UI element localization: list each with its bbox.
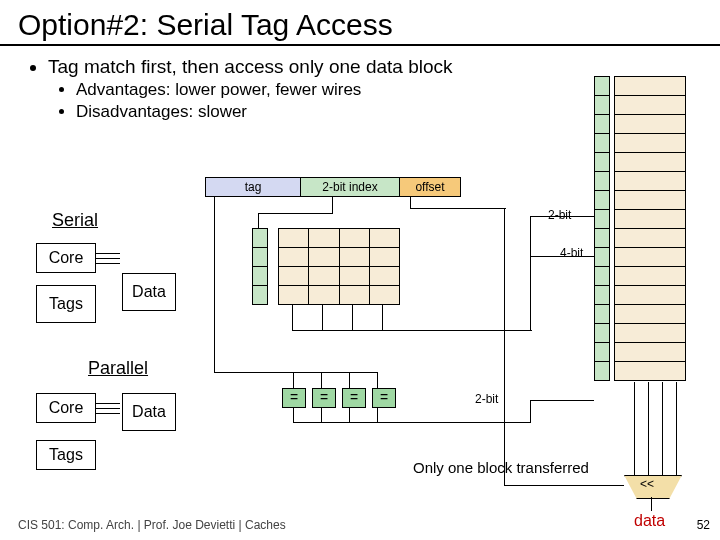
shift-label: << xyxy=(640,477,654,491)
addr-tag: tag xyxy=(205,177,300,197)
off-h1 xyxy=(410,208,506,209)
wc1 xyxy=(293,372,294,388)
parallel-bus xyxy=(293,422,531,423)
off-v2 xyxy=(504,208,505,486)
w-s1 xyxy=(292,304,293,330)
tag-wire-v xyxy=(214,197,215,373)
only-one-label: Only one block transferred xyxy=(413,459,589,476)
serial-data-grid xyxy=(278,228,400,305)
big-data-array xyxy=(614,76,686,381)
big-decoder xyxy=(594,76,610,381)
comparator-1: = xyxy=(282,388,306,408)
addr-offset: offset xyxy=(399,177,461,197)
data-out-label: data xyxy=(634,512,665,530)
tag-wire-h xyxy=(214,372,378,373)
parallel-data-label: Data xyxy=(122,393,176,431)
parallel-label: Parallel xyxy=(88,358,148,379)
parallel-tags-box: Tags xyxy=(36,440,96,470)
two-bit-top-label: 2-bit xyxy=(548,208,571,222)
w-s2 xyxy=(322,304,323,330)
wc3 xyxy=(349,372,350,388)
serial-decoder xyxy=(252,228,268,305)
off-v1 xyxy=(410,197,411,208)
bus-up2 xyxy=(530,400,531,423)
serial-tags-box: Tags xyxy=(36,285,96,323)
wc2 xyxy=(321,372,322,388)
wm2 xyxy=(648,382,649,475)
two-bit-bottom-label: 2-bit xyxy=(475,392,498,406)
wco1 xyxy=(293,408,294,422)
w-idx-d xyxy=(258,213,259,228)
comparator-row: = = = = xyxy=(282,388,396,408)
wire-serial-core-tags-3 xyxy=(96,263,120,264)
comparator-2: = xyxy=(312,388,336,408)
serial-bus xyxy=(292,330,532,331)
serial-label: Serial xyxy=(52,210,98,231)
comparator-4: = xyxy=(372,388,396,408)
addr-index: 2-bit index xyxy=(300,177,399,197)
serial-data-label: Data xyxy=(122,273,176,311)
bus-up xyxy=(530,216,531,331)
bus-over-bot xyxy=(530,400,594,401)
wm4 xyxy=(676,382,677,475)
wm3 xyxy=(662,382,663,475)
w-s4 xyxy=(382,304,383,330)
off-h2 xyxy=(504,485,624,486)
bus-over-mid xyxy=(530,256,594,257)
wire-serial-core-tags-1 xyxy=(96,253,120,254)
parallel-core-box: Core xyxy=(36,393,96,423)
wire-serial-core-tags-2 xyxy=(96,258,120,259)
address-field-row: tag 2-bit index offset xyxy=(205,177,461,197)
footer-text: CIS 501: Comp. Arch. | Prof. Joe Deviett… xyxy=(18,518,286,532)
w-s3 xyxy=(352,304,353,330)
wco4 xyxy=(377,408,378,422)
wc4 xyxy=(377,372,378,388)
wco2 xyxy=(321,408,322,422)
w-idx-h xyxy=(258,213,333,214)
diagram-canvas: tag 2-bit index offset Serial Core Tags … xyxy=(0,0,720,540)
four-bit-label: 4-bit xyxy=(560,246,583,260)
page-number: 52 xyxy=(697,518,710,532)
wm1 xyxy=(634,382,635,475)
wpc2 xyxy=(96,408,120,409)
bus-over-top xyxy=(530,216,594,217)
serial-core-box: Core xyxy=(36,243,96,273)
wm-out xyxy=(651,497,652,511)
w-idx-v xyxy=(332,197,333,213)
wco3 xyxy=(349,408,350,422)
wpc3 xyxy=(96,413,120,414)
comparator-3: = xyxy=(342,388,366,408)
wpc1 xyxy=(96,403,120,404)
